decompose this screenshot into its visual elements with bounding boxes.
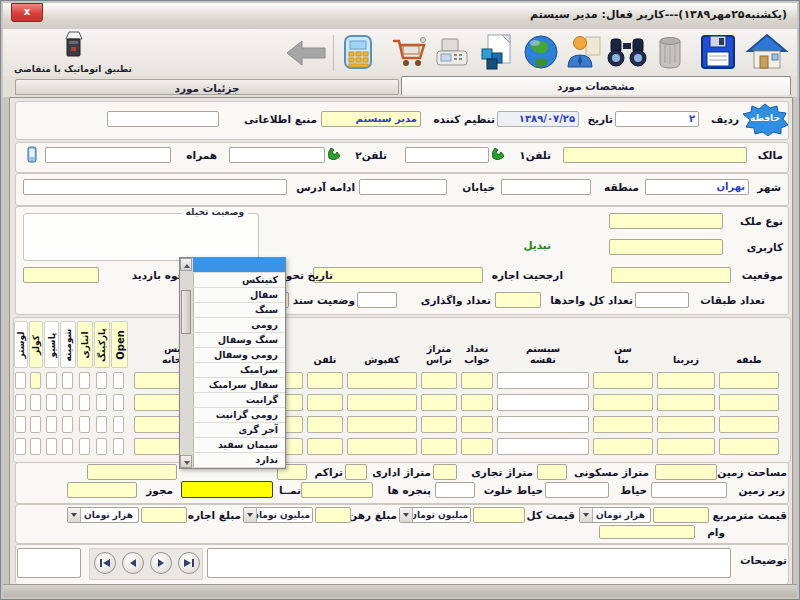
dropdown-item[interactable]: آجر گری bbox=[193, 423, 285, 438]
save-floppy-icon[interactable] bbox=[697, 33, 739, 71]
residential-area-field[interactable] bbox=[537, 464, 567, 480]
facade-field[interactable] bbox=[181, 481, 273, 498]
feature-cell[interactable] bbox=[30, 416, 41, 433]
feature-cell[interactable] bbox=[113, 416, 124, 433]
table-cell[interactable] bbox=[593, 438, 653, 455]
feature-cell[interactable] bbox=[96, 438, 107, 455]
dropdown-item[interactable]: سفال bbox=[193, 288, 285, 303]
feature-cell[interactable] bbox=[15, 438, 26, 455]
feature-cell[interactable] bbox=[62, 394, 73, 411]
tab-details[interactable]: جزئیات مورد bbox=[15, 79, 399, 95]
back-yard-field[interactable] bbox=[435, 482, 475, 498]
feature-cell[interactable] bbox=[113, 394, 124, 411]
info-source-field[interactable] bbox=[107, 111, 219, 127]
dropdown-scrollbar[interactable] bbox=[180, 258, 194, 468]
notes-field[interactable] bbox=[207, 548, 731, 578]
feature-cell[interactable] bbox=[62, 416, 73, 433]
feature-cell[interactable] bbox=[79, 372, 90, 389]
feature-cell[interactable] bbox=[96, 416, 107, 433]
table-cell[interactable] bbox=[657, 438, 715, 455]
feature-cell[interactable] bbox=[62, 438, 73, 455]
user-icon[interactable] bbox=[563, 33, 605, 71]
district-field[interactable] bbox=[501, 179, 591, 195]
table-cell[interactable] bbox=[307, 394, 343, 411]
scroll-down-icon[interactable] bbox=[180, 455, 192, 468]
first-record-button[interactable] bbox=[94, 552, 116, 574]
visit-method-field[interactable] bbox=[23, 267, 99, 283]
auto-match-button[interactable]: تطبیق اتوماتیک با متقاضی bbox=[21, 31, 125, 75]
combo-arrow-icon[interactable] bbox=[580, 508, 593, 522]
table-cell[interactable] bbox=[347, 372, 417, 389]
total-price-field[interactable] bbox=[473, 507, 525, 523]
office-area-field[interactable] bbox=[345, 464, 367, 480]
row-number-field[interactable]: ۲ bbox=[615, 111, 699, 127]
feature-cell[interactable] bbox=[15, 372, 26, 389]
table-cell[interactable] bbox=[593, 394, 653, 411]
table-cell[interactable] bbox=[719, 372, 779, 389]
scroll-up-icon[interactable] bbox=[180, 258, 192, 271]
dropdown-item[interactable]: سنگ وسفال bbox=[193, 333, 285, 348]
scrollbar-thumb[interactable] bbox=[181, 290, 191, 334]
dropdown-item[interactable]: ندارد bbox=[193, 453, 285, 468]
feature-cell[interactable] bbox=[30, 438, 41, 455]
city-field[interactable]: تهران bbox=[645, 179, 749, 195]
table-cell[interactable] bbox=[497, 394, 589, 411]
dropdown-item[interactable]: سفال سرامیک bbox=[193, 378, 285, 393]
home-icon[interactable] bbox=[745, 33, 789, 71]
shopping-cart-icon[interactable] bbox=[389, 34, 429, 70]
table-cell[interactable] bbox=[307, 372, 343, 389]
table-cell[interactable] bbox=[593, 416, 653, 433]
floors-count-field[interactable] bbox=[635, 292, 689, 308]
commercial-area-field[interactable] bbox=[433, 464, 457, 480]
combo-arrow-icon[interactable] bbox=[244, 508, 257, 522]
globe-icon[interactable] bbox=[521, 33, 561, 71]
table-cell[interactable] bbox=[461, 394, 493, 411]
feature-cell[interactable] bbox=[113, 438, 124, 455]
feature-cell[interactable] bbox=[79, 438, 90, 455]
mobile-field[interactable] bbox=[45, 147, 171, 163]
table-cell[interactable] bbox=[719, 416, 779, 433]
table-cell[interactable] bbox=[307, 416, 343, 433]
table-cell[interactable] bbox=[657, 372, 715, 389]
feature-cell[interactable] bbox=[15, 416, 26, 433]
position-field[interactable] bbox=[611, 267, 731, 283]
feature-cell[interactable] bbox=[96, 394, 107, 411]
close-button[interactable]: x bbox=[11, 3, 43, 22]
combo-arrow-icon[interactable] bbox=[400, 508, 413, 522]
rent-unit-combo[interactable]: هزار تومان bbox=[67, 507, 139, 523]
rent-field[interactable] bbox=[141, 507, 187, 523]
dropdown-item[interactable]: کنیتکس bbox=[193, 273, 285, 288]
mortgage-field[interactable] bbox=[315, 507, 351, 523]
windows-field[interactable] bbox=[301, 482, 373, 498]
previous-record-button[interactable] bbox=[122, 552, 144, 574]
owner-field[interactable] bbox=[563, 147, 747, 163]
combo-arrow-icon[interactable] bbox=[68, 508, 81, 522]
editor-field[interactable]: مدیر سیستم bbox=[321, 111, 421, 127]
loan-field[interactable] bbox=[599, 525, 695, 539]
permit-field[interactable] bbox=[67, 482, 137, 498]
price-per-meter-field[interactable] bbox=[653, 507, 709, 523]
binoculars-icon[interactable] bbox=[605, 35, 649, 69]
street-field[interactable] bbox=[359, 179, 447, 195]
table-cell[interactable] bbox=[593, 372, 653, 389]
dropdown-item[interactable]: رومی گرانیت bbox=[193, 408, 285, 423]
table-cell[interactable] bbox=[347, 416, 417, 433]
feature-cell[interactable] bbox=[46, 394, 57, 411]
feature-cell[interactable] bbox=[46, 438, 57, 455]
table-cell[interactable] bbox=[719, 438, 779, 455]
dropdown-item[interactable]: رومی وسفال bbox=[193, 348, 285, 363]
table-cell[interactable] bbox=[497, 438, 589, 455]
property-type-field[interactable] bbox=[609, 213, 723, 229]
mortgage-unit-combo[interactable]: میلیون تومان bbox=[243, 507, 313, 523]
table-cell[interactable] bbox=[307, 438, 343, 455]
dropdown-item[interactable]: سیمان سفید bbox=[193, 438, 285, 453]
feature-cell[interactable] bbox=[46, 416, 57, 433]
last-record-button[interactable] bbox=[178, 552, 200, 574]
table-cell[interactable] bbox=[347, 394, 417, 411]
convert-link[interactable]: تبدیل bbox=[513, 237, 551, 253]
transfer-count-field[interactable] bbox=[357, 292, 397, 308]
feature-cell[interactable] bbox=[79, 394, 90, 411]
table-cell[interactable] bbox=[657, 394, 715, 411]
total-price-unit-combo[interactable]: میلیون تومان bbox=[399, 507, 471, 523]
address-more-field[interactable] bbox=[23, 179, 287, 195]
